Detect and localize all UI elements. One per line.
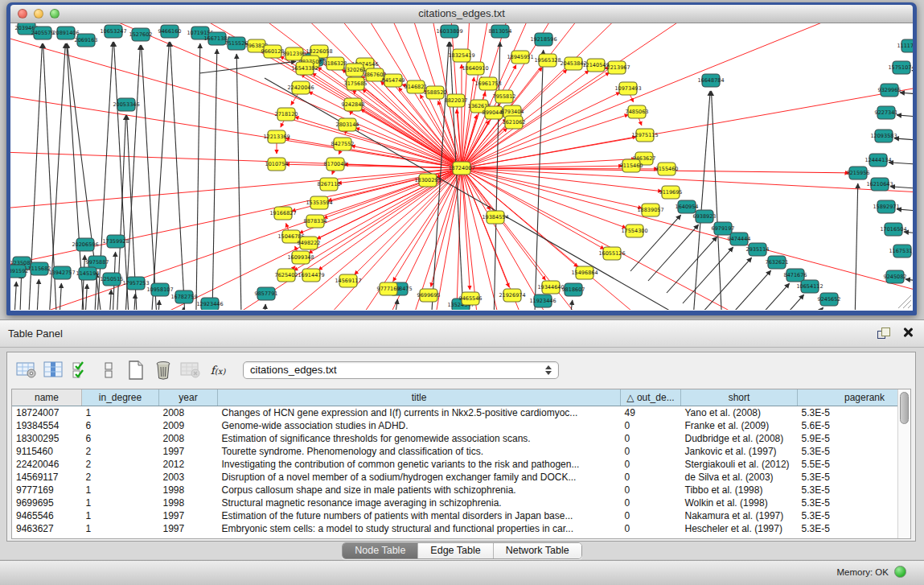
table-row[interactable]: 969969511998Structural magnetic resonanc… xyxy=(12,496,897,509)
table-cell[interactable]: Dudbridge et al. (2008) xyxy=(681,432,798,445)
network-node[interactable]: 1640954 xyxy=(676,200,699,213)
network-node[interactable]: 1527602 xyxy=(129,28,153,41)
table-cell[interactable]: 9463627 xyxy=(12,522,82,535)
network-node[interactable]: 2935114 xyxy=(746,243,770,256)
network-node[interactable]: 8878334 xyxy=(304,215,327,228)
tab-edge-table[interactable]: Edge Table xyxy=(418,543,493,558)
network-node[interactable]: 12213369 xyxy=(263,130,290,143)
table-cell[interactable]: 9777169 xyxy=(12,484,82,496)
network-node[interactable]: 15496864 xyxy=(571,266,598,279)
network-node[interactable]: 16914479 xyxy=(298,269,324,282)
network-node[interactable]: 9498222 xyxy=(298,237,321,249)
network-node[interactable]: 15892971 xyxy=(873,200,899,213)
table-cell[interactable]: Nakamura et al. (1997) xyxy=(681,509,798,522)
network-node[interactable]: 9329965 xyxy=(878,84,901,97)
column-chooser-icon[interactable] xyxy=(42,358,66,382)
close-panel-icon[interactable] xyxy=(902,327,913,337)
network-node[interactable]: 20206596 xyxy=(72,238,98,251)
table-cell[interactable]: 1998 xyxy=(159,484,218,496)
table-cell[interactable]: 0 xyxy=(621,432,681,445)
table-cell[interactable]: 6 xyxy=(82,432,159,445)
table-cell[interactable]: 49 xyxy=(621,406,681,420)
table-cell[interactable]: Jankovic et al. (1997) xyxy=(681,445,798,458)
table-cell[interactable]: 0 xyxy=(621,509,681,522)
table-cell[interactable]: Franke et al. (2009) xyxy=(681,419,798,432)
network-node[interactable]: 9857791 xyxy=(255,287,278,300)
network-node[interactable]: 19218596 xyxy=(530,33,556,46)
network-node[interactable]: 9119695 xyxy=(659,186,683,199)
network-node[interactable]: 8267110 xyxy=(318,178,341,191)
column-header-title[interactable]: title xyxy=(218,389,621,406)
table-cell[interactable]: 1 xyxy=(82,406,159,420)
table-cell[interactable]: Changes of HCN gene expression and I(f) … xyxy=(218,406,621,420)
network-node[interactable]: 16099348 xyxy=(287,251,314,264)
table-cell[interactable]: 1 xyxy=(82,509,159,522)
network-node[interactable]: 2718120 xyxy=(275,108,298,121)
table-cell[interactable]: 5.9E-5 xyxy=(798,432,898,445)
table-cell[interactable]: Wolkin et al. (1998) xyxy=(681,496,798,509)
network-node[interactable]: 2405579 xyxy=(31,27,55,39)
table-cell[interactable]: 0 xyxy=(621,496,681,509)
network-node[interactable]: 18945951 xyxy=(507,51,533,64)
network-node[interactable]: 21926974 xyxy=(499,289,525,302)
table-cell[interactable]: 1997 xyxy=(159,445,218,458)
network-node[interactable]: 1588520 xyxy=(424,86,447,99)
table-cell[interactable]: 2003 xyxy=(159,471,218,484)
table-row[interactable]: 1456911722003Disruption of a novel membe… xyxy=(12,471,897,484)
network-node[interactable]: 9227341 xyxy=(875,106,898,119)
table-cell[interactable]: 2012 xyxy=(159,458,218,471)
select-rows-icon[interactable] xyxy=(69,358,93,382)
table-cell[interactable]: 0 xyxy=(621,445,681,458)
network-canvas[interactable]: 2039464240557920891406206916310653247152… xyxy=(10,23,913,311)
table-cell[interactable]: 1997 xyxy=(159,522,218,535)
table-cell[interactable]: Yano et al. (2008) xyxy=(681,406,798,420)
table-cell[interactable]: 18724007 xyxy=(12,406,82,420)
table-cell[interactable]: 0 xyxy=(621,419,681,432)
table-cell[interactable]: Tourette syndrome. Phenomenology and cla… xyxy=(218,445,621,458)
network-node[interactable]: 9818607 xyxy=(562,283,585,296)
network-node[interactable]: 1115682 xyxy=(28,262,51,275)
table-cell[interactable]: 2008 xyxy=(159,432,218,445)
network-node[interactable]: 9777169 xyxy=(377,282,400,295)
table-cell[interactable]: 1998 xyxy=(159,496,218,509)
column-header-short[interactable]: short xyxy=(681,389,798,406)
network-node[interactable]: 16210643 xyxy=(866,178,893,191)
table-cell[interactable]: 1 xyxy=(82,496,159,509)
table-row[interactable]: 911546021997Tourette syndrome. Phenomeno… xyxy=(12,445,897,458)
table-cell[interactable]: 14569117 xyxy=(12,471,82,484)
table-cell[interactable]: 5.3E-5 xyxy=(798,484,898,496)
table-cell[interactable]: 0 xyxy=(621,522,681,535)
column-header-name[interactable]: name xyxy=(12,389,82,406)
table-cell[interactable]: Tibbo et al. (1998) xyxy=(681,484,798,496)
network-node[interactable]: 8170043 xyxy=(324,158,347,171)
delete-rows-icon[interactable] xyxy=(151,358,175,382)
network-node[interactable]: 19344640 xyxy=(537,281,564,294)
network-node[interactable]: 19384554 xyxy=(482,211,508,224)
network-node[interactable]: 7485063 xyxy=(626,105,649,118)
table-cell[interactable]: Genome-wide association studies in ADHD. xyxy=(218,419,621,432)
vertical-scrollbar[interactable] xyxy=(897,389,910,538)
network-node[interactable]: 9466160 xyxy=(158,25,182,38)
network-node[interactable]: 18300295 xyxy=(414,174,441,187)
table-row[interactable]: 946362711997Embryonic stem cells: a mode… xyxy=(12,522,897,535)
network-node[interactable]: 7955812 xyxy=(493,90,516,103)
table-cell[interactable]: 2 xyxy=(82,471,159,484)
network-node[interactable]: 9465546 xyxy=(459,292,483,305)
network-node[interactable]: 19565328 xyxy=(534,54,561,67)
table-cell[interactable]: 9465546 xyxy=(12,509,82,522)
network-node[interactable]: 9391592 xyxy=(10,265,28,278)
network-node[interactable]: 8427552 xyxy=(331,138,355,150)
network-node[interactable]: 11117234 xyxy=(897,39,913,52)
table-cell[interactable]: 9115460 xyxy=(12,445,82,458)
row-height-icon[interactable] xyxy=(97,358,121,382)
table-cell[interactable]: Hescheler et al. (1997) xyxy=(681,522,798,535)
network-node[interactable]: 12923446 xyxy=(196,298,223,310)
network-node[interactable]: 9245082 xyxy=(884,270,907,283)
table-row[interactable]: 977716911998Corpus callosum shape and si… xyxy=(12,484,897,496)
column-header-in_degree[interactable]: in_degree xyxy=(82,389,159,406)
network-node[interactable]: 11675317 xyxy=(889,245,913,257)
table-cell[interactable]: Estimation of significance thresholds fo… xyxy=(218,432,621,445)
network-node[interactable]: 9242848 xyxy=(342,98,365,111)
column-header-pagerank[interactable]: pagerank xyxy=(798,389,898,406)
table-cell[interactable]: 5.3E-5 xyxy=(798,509,898,522)
